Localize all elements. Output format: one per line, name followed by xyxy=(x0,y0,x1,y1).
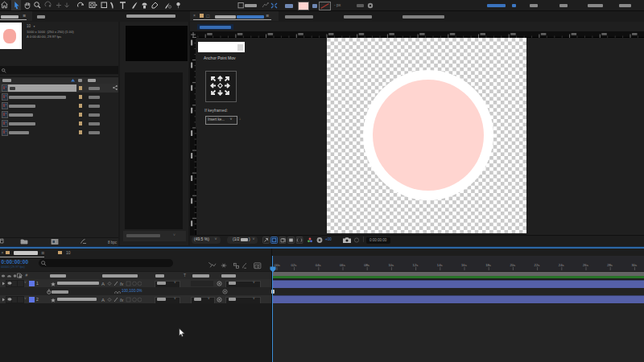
svg-text:fx: fx xyxy=(120,298,124,302)
svg-text:fx: fx xyxy=(120,282,124,286)
svg-text:A: A xyxy=(101,282,105,286)
svg-text:16s: 16s xyxy=(461,263,467,267)
svg-text:02s: 02s xyxy=(291,263,297,267)
svg-text:20s: 20s xyxy=(510,263,515,267)
svg-text:8 bpc: 8 bpc xyxy=(108,241,118,245)
svg-text:24s: 24s xyxy=(559,263,564,267)
svg-text:A: A xyxy=(101,298,105,302)
svg-text:14s: 14s xyxy=(437,263,443,267)
svg-text:26s: 26s xyxy=(583,263,588,267)
svg-text:18s: 18s xyxy=(485,263,491,267)
svg-text:22s: 22s xyxy=(535,263,540,267)
svg-text:28s: 28s xyxy=(607,263,613,267)
svg-text:12s: 12s xyxy=(413,263,419,267)
svg-text:30s: 30s xyxy=(631,263,637,267)
svg-text:06s: 06s xyxy=(340,263,345,267)
svg-text:10s: 10s xyxy=(388,263,394,267)
svg-text:04s: 04s xyxy=(316,263,321,267)
svg-text:08s: 08s xyxy=(364,263,369,267)
